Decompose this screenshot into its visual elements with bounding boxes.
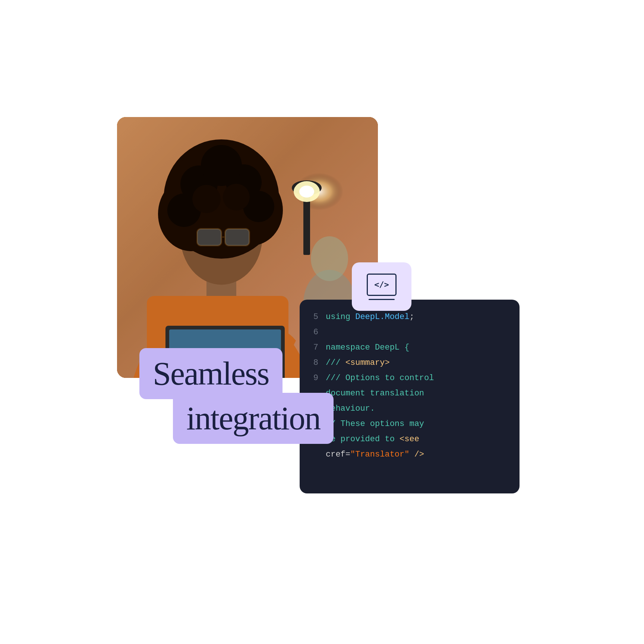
code-line-cont2: behaviour.: [307, 402, 512, 415]
code-line-cont3: // These options may: [307, 418, 512, 430]
code-content: document translation: [326, 387, 512, 400]
svg-point-22: [223, 184, 250, 211]
code-line-7: 7 namespace DeepL {: [307, 341, 512, 354]
code-line-6: 6: [307, 326, 512, 338]
code-content: behaviour.: [326, 402, 512, 415]
code-content: /// <summary>: [326, 357, 512, 369]
code-icon-underline: [369, 299, 395, 300]
code-content: // These options may: [326, 418, 512, 430]
svg-rect-27: [225, 229, 249, 246]
line-number: 8: [307, 357, 318, 369]
seamless-text: Seamless: [153, 356, 269, 392]
code-line-cont5: cref="Translator" />: [307, 448, 512, 461]
svg-rect-26: [197, 229, 221, 246]
svg-point-7: [299, 186, 314, 198]
line-number: 7: [307, 341, 318, 354]
line-number: 5: [307, 311, 318, 323]
code-content: /// Options to control: [326, 372, 512, 384]
code-content: namespace DeepL {: [326, 341, 512, 354]
code-line-8: 8 /// <summary>: [307, 357, 512, 369]
code-icon-inner: </>: [367, 274, 397, 300]
code-line-9: 9 /// Options to control: [307, 372, 512, 384]
code-line-cont4: be provided to <see: [307, 433, 512, 445]
main-scene: </> 5 using DeepL.Model; 6 7 namespace D…: [117, 117, 527, 527]
code-line-cont1: document translation: [307, 387, 512, 400]
seamless-label: Seamless: [139, 348, 282, 399]
code-line-5: 5 using DeepL.Model;: [307, 311, 512, 323]
line-number: 6: [307, 326, 318, 338]
code-content: [326, 326, 512, 338]
line-number: 9: [307, 372, 318, 384]
svg-point-20: [201, 145, 242, 186]
svg-point-31: [311, 236, 348, 281]
code-content: be provided to <see: [326, 433, 512, 445]
code-icon-box: </>: [367, 274, 397, 296]
code-brackets: </>: [374, 280, 389, 289]
line-number: [307, 448, 318, 461]
code-content: using DeepL.Model;: [326, 311, 512, 323]
svg-point-21: [192, 185, 221, 213]
code-content: cref="Translator" />: [326, 448, 512, 461]
code-icon-badge: </>: [352, 262, 411, 311]
integration-text: integration: [186, 400, 320, 436]
integration-label: integration: [173, 393, 334, 444]
